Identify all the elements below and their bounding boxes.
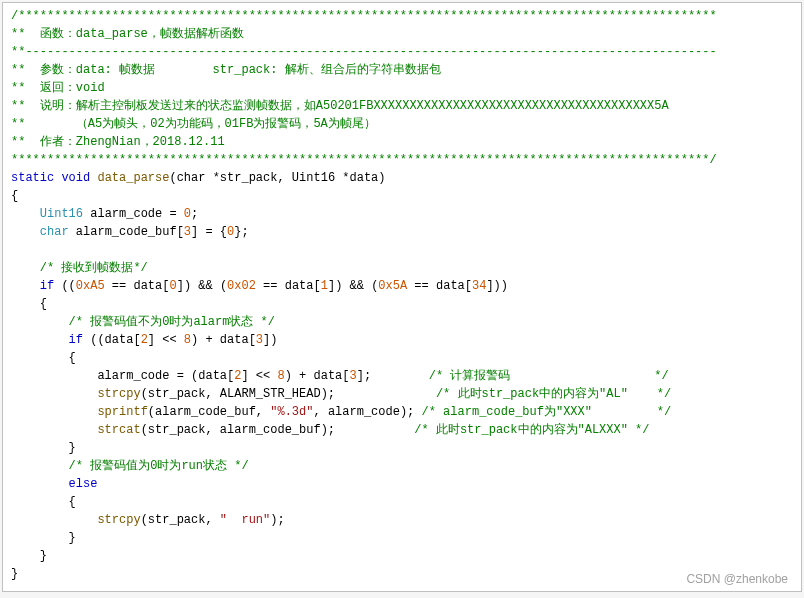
kw-if1: if <box>40 279 54 293</box>
brace-open: { <box>11 189 18 203</box>
cmt-return: ** 返回：void <box>11 81 105 95</box>
cmt-calc: /* 计算报警码 */ <box>429 369 669 383</box>
fn-sprintf: sprintf <box>97 405 147 419</box>
str-fmt: "%.3d" <box>270 405 313 419</box>
brace-close: } <box>11 567 18 581</box>
decl1: alarm_code = <box>90 207 184 221</box>
fn-name: data_parse <box>97 171 169 185</box>
stars-mid: **--------------------------------------… <box>11 45 717 59</box>
cmt-author: ** 作者：ZhengNian，2018.12.11 <box>11 135 225 149</box>
type-uint16: Uint16 <box>40 207 83 221</box>
cmt-params: ** 参数：data: 帧数据 str_pack: 解析、组合后的字符串数据包 <box>11 63 441 77</box>
str-run: " run" <box>220 513 270 527</box>
cmt-notzero: /* 报警码值不为0时为alarm状态 */ <box>69 315 275 329</box>
watermark: CSDN @zhenkobe <box>686 572 788 586</box>
cmt-func: ** 函数：data_parse，帧数据解析函数 <box>11 27 244 41</box>
kw-void: void <box>61 171 90 185</box>
fn-params: (char *str_pack, Uint16 *data) <box>169 171 385 185</box>
cmt-al: /* 此时str_pack中的内容为"AL" */ <box>436 387 671 401</box>
kw-static: static <box>11 171 54 185</box>
stars-close: ****************************************… <box>11 153 717 167</box>
num-0: 0 <box>184 207 191 221</box>
fn-strcpy1: strcpy <box>97 387 140 401</box>
decl2a: alarm_code_buf[ <box>76 225 184 239</box>
code-block: /***************************************… <box>2 2 802 592</box>
stars-open: /***************************************… <box>11 9 717 23</box>
cmt-xxx: /* alarm_code_buf为"XXX" */ <box>422 405 672 419</box>
cmt-alxxx: /* 此时str_pack中的内容为"ALXXX" */ <box>414 423 649 437</box>
fn-strcpy2: strcpy <box>97 513 140 527</box>
cmt-desc2: ** （A5为帧头，02为功能码，01FB为报警码，5A为帧尾） <box>11 117 376 131</box>
fn-strcat: strcat <box>97 423 140 437</box>
kw-if2: if <box>69 333 83 347</box>
cmt-recv: /* 接收到帧数据*/ <box>40 261 148 275</box>
type-char: char <box>40 225 69 239</box>
cmt-desc: ** 说明：解析主控制板发送过来的状态监测帧数据，如A50201FBXXXXXX… <box>11 99 669 113</box>
kw-else: else <box>69 477 98 491</box>
cmt-zero: /* 报警码值为0时为run状态 */ <box>69 459 249 473</box>
